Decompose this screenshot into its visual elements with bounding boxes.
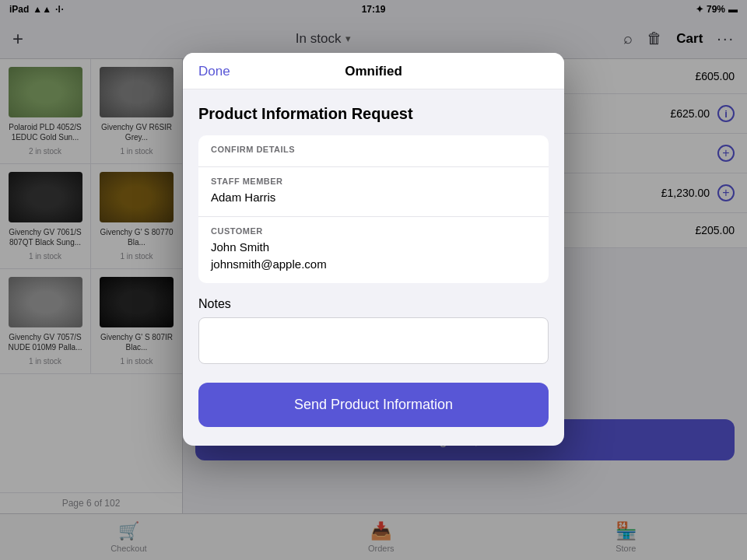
staff-member-label: STAFF MEMBER [211,177,536,186]
send-product-info-button[interactable]: Send Product Information [198,383,549,427]
staff-member-name: Adam Harris [211,189,536,207]
confirm-header-row: Confirm details [198,135,549,167]
customer-name: John Smith [211,239,536,257]
customer-email: johnsmith@apple.com [211,256,536,274]
modal-dialog: Done Omnified Product Information Reques… [183,53,564,446]
customer-label: CUSTOMER [211,226,536,236]
confirm-details-card: Confirm details STAFF MEMBER Adam Harris… [198,135,549,283]
notes-label: Notes [198,297,549,311]
notes-input[interactable] [198,317,549,364]
modal-section-title: Product Information Request [198,105,549,123]
customer-row: CUSTOMER John Smith johnsmith@apple.com [198,217,549,283]
modal-header: Done Omnified [183,53,564,89]
confirm-header-label: Confirm details [211,145,536,154]
modal-body: Product Information Request Confirm deta… [183,89,564,446]
staff-member-row: STAFF MEMBER Adam Harris [198,167,549,217]
modal-app-name: Omnified [345,64,402,79]
done-button[interactable]: Done [198,64,230,79]
